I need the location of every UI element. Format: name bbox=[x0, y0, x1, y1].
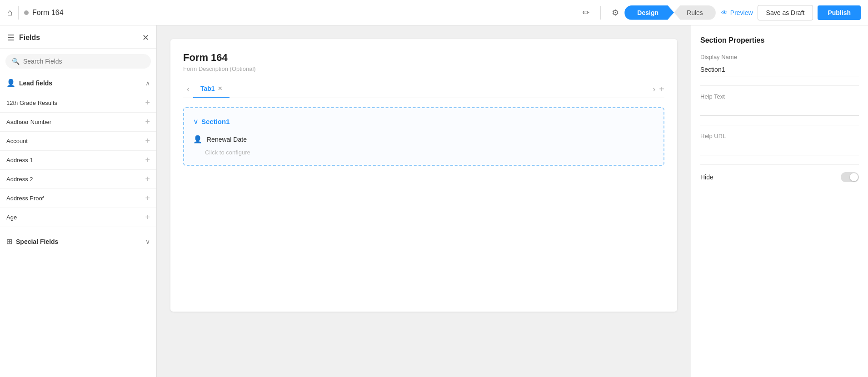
special-fields-chevron-down-icon: ∨ bbox=[145, 238, 150, 245]
configure-hint[interactable]: Click to configure bbox=[193, 146, 654, 156]
lead-fields-label: Lead fields bbox=[19, 79, 52, 87]
display-name-label: Display Name bbox=[700, 54, 859, 60]
settings-icon[interactable]: ⚙ bbox=[612, 8, 619, 18]
help-text-label: Help Text bbox=[700, 93, 859, 100]
hide-label: Hide bbox=[700, 174, 713, 181]
special-fields-label: Special Fields bbox=[16, 238, 58, 245]
sidebar-header: ☰ Fields ✕ bbox=[0, 25, 156, 49]
save-draft-button[interactable]: Save as Draft bbox=[758, 5, 813, 20]
section-block: ∨ Section1 👤 Renewal Date Click to confi… bbox=[183, 107, 664, 166]
section-title-row: ∨ Section1 bbox=[193, 117, 654, 126]
search-icon: 🔍 bbox=[12, 58, 20, 65]
sidebar-title: Fields bbox=[19, 34, 40, 42]
section-expand-icon[interactable]: ∨ bbox=[193, 117, 199, 126]
search-input[interactable] bbox=[23, 58, 145, 65]
tabs-bar: ‹ Tab1 ✕ › + bbox=[183, 80, 664, 98]
hide-toggle[interactable] bbox=[841, 172, 859, 182]
right-panel: Section Properties Display Name Help Tex… bbox=[691, 25, 868, 377]
display-name-group: Display Name bbox=[700, 54, 859, 76]
help-url-label: Help URL bbox=[700, 133, 859, 139]
tab-tab1[interactable]: Tab1 ✕ bbox=[193, 80, 229, 98]
canvas-area: Form 164 Form Description (Optional) ‹ T… bbox=[157, 25, 691, 377]
field-add-icon[interactable]: + bbox=[145, 174, 150, 184]
tab-add-button[interactable]: + bbox=[659, 84, 664, 94]
field-add-icon[interactable]: + bbox=[145, 98, 150, 108]
toggle-knob bbox=[850, 173, 858, 181]
preview-eye-icon: 👁 bbox=[721, 9, 728, 16]
field-item-address1[interactable]: Address 1 + bbox=[0, 151, 156, 170]
form-card: Form 164 Form Description (Optional) ‹ T… bbox=[170, 39, 677, 312]
field-item-address2[interactable]: Address 2 + bbox=[0, 170, 156, 189]
renewal-date-field-row: 👤 Renewal Date bbox=[193, 132, 654, 146]
tab-prev-button[interactable]: ‹ bbox=[183, 83, 193, 96]
topbar: ⌂ Form 164 ✏ ⚙ Design Rules 👁 Preview Sa… bbox=[0, 0, 868, 25]
main-layout: ☰ Fields ✕ 🔍 👤 Lead fields ∧ 12th Grade … bbox=[0, 25, 868, 377]
lead-fields-section-header[interactable]: 👤 Lead fields ∧ bbox=[0, 74, 156, 92]
field-add-icon[interactable]: + bbox=[145, 117, 150, 127]
tab-design[interactable]: Design bbox=[624, 5, 674, 20]
field-add-icon[interactable]: + bbox=[145, 136, 150, 146]
help-url-group: Help URL bbox=[700, 133, 859, 155]
tab-label: Tab1 bbox=[200, 85, 215, 92]
help-text-input[interactable] bbox=[700, 103, 859, 116]
topbar-actions: 👁 Preview Save as Draft Publish bbox=[721, 5, 861, 20]
divider2 bbox=[700, 125, 859, 125]
display-name-input[interactable] bbox=[700, 63, 859, 76]
field-add-icon[interactable]: + bbox=[145, 213, 150, 222]
form-card-title: Form 164 bbox=[183, 52, 664, 64]
renewal-date-label: Renewal Date bbox=[207, 136, 247, 143]
tab-rules[interactable]: Rules bbox=[674, 5, 716, 20]
field-item-account[interactable]: Account + bbox=[0, 132, 156, 151]
edit-icon[interactable]: ✏ bbox=[583, 8, 589, 18]
field-item-12th-grade[interactable]: 12th Grade Results + bbox=[0, 94, 156, 113]
preview-button[interactable]: 👁 Preview bbox=[721, 9, 753, 16]
field-item-address-proof[interactable]: Address Proof + bbox=[0, 189, 156, 208]
special-fields-icon: ⊞ bbox=[6, 237, 12, 246]
close-icon[interactable]: ✕ bbox=[142, 33, 149, 43]
status-dot bbox=[24, 10, 29, 15]
field-item-aadhaar[interactable]: Aadhaar Number + bbox=[0, 113, 156, 132]
divider1 bbox=[700, 85, 859, 86]
lead-fields-icon: 👤 bbox=[6, 79, 15, 87]
topbar-title-area: Form 164 bbox=[24, 9, 577, 17]
field-add-icon[interactable]: + bbox=[145, 193, 150, 203]
home-icon[interactable]: ⌂ bbox=[7, 7, 13, 18]
publish-button[interactable]: Publish bbox=[818, 5, 861, 20]
section-name: Section1 bbox=[201, 118, 230, 125]
sidebar: ☰ Fields ✕ 🔍 👤 Lead fields ∧ 12th Grade … bbox=[0, 25, 157, 377]
topbar-divider bbox=[18, 6, 19, 20]
panel-title: Section Properties bbox=[700, 36, 859, 45]
search-bar: 🔍 bbox=[5, 54, 151, 69]
help-text-group: Help Text bbox=[700, 93, 859, 116]
tab-next-button[interactable]: › bbox=[649, 83, 659, 96]
field-item-age[interactable]: Age + bbox=[0, 208, 156, 227]
hamburger-icon[interactable]: ☰ bbox=[7, 33, 15, 43]
lead-fields-chevron-up-icon: ∧ bbox=[145, 79, 150, 87]
lead-fields-list: 12th Grade Results + Aadhaar Number + Ac… bbox=[0, 92, 156, 229]
form-card-description: Form Description (Optional) bbox=[183, 65, 664, 72]
hide-toggle-row: Hide bbox=[700, 172, 859, 182]
field-add-icon[interactable]: + bbox=[145, 155, 150, 165]
tab-close-icon[interactable]: ✕ bbox=[218, 85, 222, 92]
field-user-icon: 👤 bbox=[193, 135, 202, 144]
special-fields-section-header[interactable]: ⊞ Special Fields ∨ bbox=[0, 233, 156, 250]
divider3 bbox=[700, 164, 859, 165]
topbar-icons: ✏ ⚙ bbox=[583, 6, 619, 20]
topbar-divider2 bbox=[600, 6, 601, 20]
form-title-topbar: Form 164 bbox=[32, 9, 63, 17]
help-url-input[interactable] bbox=[700, 142, 859, 155]
